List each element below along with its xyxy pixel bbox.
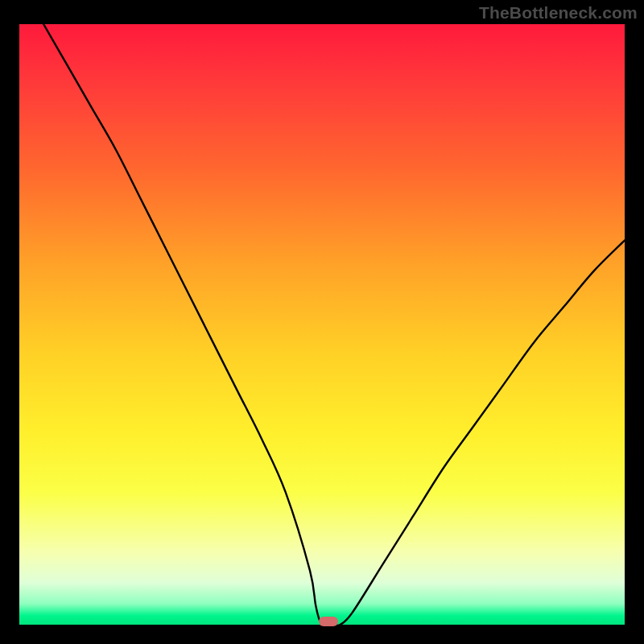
watermark-text: TheBottleneck.com <box>479 3 638 23</box>
plot-area <box>19 24 625 625</box>
optimal-marker <box>319 617 338 626</box>
bottleneck-curve <box>19 24 625 625</box>
curve-path <box>43 24 625 625</box>
chart-container: TheBottleneck.com <box>0 0 644 644</box>
